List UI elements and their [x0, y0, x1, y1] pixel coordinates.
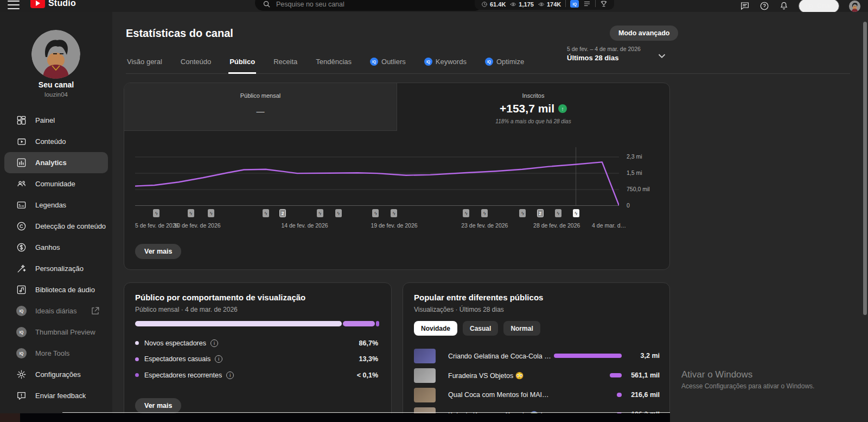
feedback-comment-icon[interactable]: [740, 1, 750, 11]
video-publish-marker[interactable]: ϟ: [335, 209, 342, 217]
sidebar-item-legendas[interactable]: Legendas: [4, 194, 108, 216]
menu-icon[interactable]: [8, 1, 20, 9]
channel-avatar[interactable]: [31, 30, 80, 79]
sidebar-item-thumbnail-preview[interactable]: iQThumbnail Preview: [4, 322, 108, 343]
sidebar-item-conte-do[interactable]: Conteúdo: [4, 131, 108, 152]
sidebar-item-detec-o-de-conte-do[interactable]: Detecção de conteúdo: [4, 216, 108, 237]
sidebar-item-label: Ganhos: [35, 243, 60, 251]
video-publish-marker[interactable]: ϟ: [153, 209, 159, 217]
sidebar-item-label: Comunidade: [35, 180, 75, 188]
video-publish-marker[interactable]: ϟ: [573, 209, 579, 217]
account-avatar[interactable]: [849, 1, 860, 12]
youtube-studio-logo[interactable]: Studio: [30, 0, 76, 8]
analytics-page: Estatísticas do canal Modo avançado Visã…: [112, 12, 868, 422]
video-publish-marker[interactable]: ϟ: [263, 209, 269, 217]
notifications-bell-icon[interactable]: [779, 1, 789, 11]
legend-label: Novos espectadores: [144, 339, 206, 347]
sidebar-item-ideais-di-rias[interactable]: iQIdeais diárias: [4, 300, 108, 322]
taskbar-app-icon[interactable]: [0, 413, 20, 422]
tab-conte-do[interactable]: Conteúdo: [180, 53, 212, 74]
y-axis-label: 0: [627, 202, 665, 210]
video-publish-marker[interactable]: ϟ: [481, 209, 488, 217]
vidiq-icon: iQ: [424, 58, 432, 66]
create-button[interactable]: Criar: [799, 0, 839, 12]
video-row[interactable]: Qual Coca com Mentos foi MAIS ALTO…216,6…: [414, 385, 660, 405]
video-publish-marker[interactable]: 2: [279, 209, 286, 217]
sidebar-item-comunidade[interactable]: Comunidade: [4, 173, 108, 194]
x-axis-label: 10 de fev. de 2026: [174, 222, 220, 229]
sidebar-item-label: Legendas: [35, 201, 66, 209]
x-axis-label: 23 de fev. de 2026: [461, 222, 508, 229]
info-icon[interactable]: i: [226, 371, 234, 379]
legend-label: Espectadores casuais: [144, 355, 210, 363]
tab-outliers[interactable]: iQOutliers: [369, 53, 407, 74]
advanced-mode-button[interactable]: Modo avançado: [610, 26, 678, 41]
sidebar-item-label: Configurações: [35, 370, 81, 379]
metric-title: Inscritos: [522, 92, 545, 99]
viewing-behavior-card: Público por comportamento de visualizaçã…: [124, 282, 392, 422]
sidebar-item-more-tools[interactable]: iQMore Tools: [4, 343, 108, 364]
video-bar-zone: [551, 393, 622, 397]
tab-optimize[interactable]: iQOptimize: [484, 53, 525, 74]
vidiq-stats-pill[interactable]: 61.4K1,175174KiQ: [475, 0, 614, 10]
windows-taskbar[interactable]: [20, 413, 670, 422]
list-icon[interactable]: [583, 0, 591, 8]
info-icon[interactable]: i: [210, 339, 218, 347]
video-publish-marker[interactable]: ϟ: [317, 209, 323, 217]
tab-vis-o-geral[interactable]: Visão geral: [126, 53, 163, 74]
metric-tab-inscritos[interactable]: Inscritos +153,7 mil ↑ 118% a mais do qu…: [397, 83, 669, 131]
video-row[interactable]: Furadeira VS Objetos 😳561,1 mil: [414, 366, 660, 385]
video-thumbnail: [414, 388, 436, 402]
youtube-studio-app: Studio Pesquise no seu canal 61.4K1,1751…: [0, 0, 868, 422]
sidebar-item-label: Biblioteca de áudio: [35, 286, 95, 294]
chevron-down-icon[interactable]: [656, 50, 668, 62]
tab-keywords[interactable]: iQKeywords: [423, 53, 468, 74]
feedback-icon: [16, 390, 27, 401]
see-more-button[interactable]: Ver mais: [135, 244, 181, 259]
tab-label: Conteúdo: [181, 58, 211, 66]
video-list: Criando Gelatina de Coca-Cola 😳🥤3,2 miFu…: [414, 346, 660, 422]
sidebar-item-personaliza-o[interactable]: Personalização: [4, 258, 108, 279]
search-icon: [263, 0, 271, 8]
bar-segment-novos-espectadores: [135, 321, 342, 326]
video-publish-marker[interactable]: 2: [537, 209, 544, 217]
video-bar-zone: [551, 373, 622, 377]
chip-normal[interactable]: Normal: [503, 321, 540, 336]
vidiq-stat-0: 61.4K: [481, 1, 506, 8]
card-subtitle: Visualizações · Últimos 28 dias: [414, 306, 504, 313]
avatar-illustration: [849, 1, 860, 12]
video-publish-marker[interactable]: ϟ: [555, 209, 561, 217]
vidiq-stat-2: 174K: [538, 1, 561, 8]
video-publish-marker[interactable]: ϟ: [208, 209, 214, 217]
see-more-button[interactable]: Ver mais: [135, 398, 181, 413]
video-publish-marker[interactable]: ϟ: [519, 209, 526, 217]
help-icon[interactable]: [760, 1, 769, 11]
vidiq-badge-icon[interactable]: iQ: [570, 0, 579, 8]
sidebar-item-analytics[interactable]: Analytics: [4, 152, 108, 173]
sidebar-item-enviar-feedback[interactable]: Enviar feedback: [4, 385, 108, 406]
trophy-icon[interactable]: [600, 0, 608, 8]
video-publish-marker[interactable]: ϟ: [391, 209, 397, 217]
tab-tend-ncias[interactable]: Tendências: [315, 53, 353, 74]
chip-casual[interactable]: Casual: [463, 321, 498, 336]
sidebar-item-configura-es[interactable]: Configurações: [4, 364, 108, 385]
scrollbar-thumb[interactable]: [863, 22, 867, 315]
metric-tab-publico-mensal[interactable]: Público mensal —: [124, 83, 397, 131]
views-value: 3,2 mi: [622, 352, 660, 360]
sidebar-item-biblioteca-de-udio[interactable]: Biblioteca de áudio: [4, 279, 108, 300]
search-input[interactable]: Pesquise no seu canal: [255, 0, 483, 11]
sidebar-item-ganhos[interactable]: Ganhos: [4, 237, 108, 258]
chip-novidade[interactable]: Novidade: [414, 321, 457, 336]
tab-receita[interactable]: Receita: [272, 53, 298, 74]
video-publish-marker[interactable]: ϟ: [372, 209, 379, 217]
video-publish-marker[interactable]: ϟ: [463, 209, 469, 217]
tab-p-blico[interactable]: Público: [228, 53, 256, 74]
legend-label: Espectadores recorrentes: [144, 371, 222, 379]
sidebar-item-painel[interactable]: Painel: [4, 110, 108, 131]
info-icon[interactable]: i: [215, 355, 222, 363]
channel-name: Seu canal: [0, 80, 112, 89]
video-row[interactable]: Criando Gelatina de Coca-Cola 😳🥤3,2 mi: [414, 346, 660, 366]
video-title: Criando Gelatina de Coca-Cola 😳🥤: [448, 352, 551, 360]
video-publish-marker[interactable]: ϟ: [188, 209, 194, 217]
audience-chips: NovidadeCasualNormal: [414, 321, 540, 336]
